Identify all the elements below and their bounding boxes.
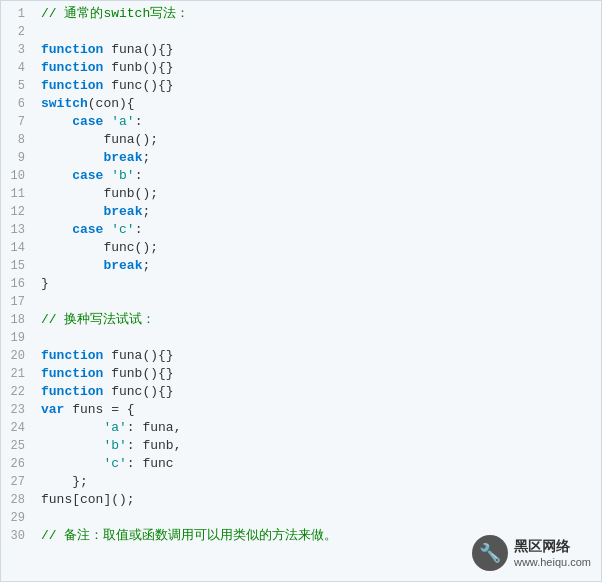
line-number: 17 (1, 293, 33, 311)
code-line: 4function funb(){} (1, 59, 601, 77)
line-number: 6 (1, 95, 33, 113)
line-content: function funb(){} (33, 59, 174, 77)
line-content: case 'b': (33, 167, 142, 185)
line-content: function func(){} (33, 383, 174, 401)
line-number: 23 (1, 401, 33, 419)
code-line: 11 funb(); (1, 185, 601, 203)
code-line: 9 break; (1, 149, 601, 167)
code-line: 19 (1, 329, 601, 347)
line-content: 'a': funa, (33, 419, 181, 437)
line-content (33, 329, 49, 347)
line-content: break; (33, 257, 150, 275)
code-line: 27 }; (1, 473, 601, 491)
line-number: 1 (1, 5, 33, 23)
line-content: switch(con){ (33, 95, 135, 113)
code-line: 3function funa(){} (1, 41, 601, 59)
code-line: 16} (1, 275, 601, 293)
line-number: 27 (1, 473, 33, 491)
line-content: // 通常的switch写法： (33, 5, 189, 23)
code-line: 18// 换种写法试试： (1, 311, 601, 329)
line-number: 9 (1, 149, 33, 167)
code-line: 20function funa(){} (1, 347, 601, 365)
code-line: 7 case 'a': (1, 113, 601, 131)
code-line: 29 (1, 509, 601, 527)
line-content: funa(); (33, 131, 158, 149)
line-content: 'b': funb, (33, 437, 181, 455)
line-content: function funa(){} (33, 41, 174, 59)
code-line: 21function funb(){} (1, 365, 601, 383)
line-content: // 换种写法试试： (33, 311, 155, 329)
line-content: case 'a': (33, 113, 142, 131)
line-number: 11 (1, 185, 33, 203)
code-line: 26 'c': func (1, 455, 601, 473)
line-content: }; (33, 473, 88, 491)
watermark: 🔧 黑区网络 www.heiqu.com (472, 535, 591, 571)
line-number: 13 (1, 221, 33, 239)
line-content (33, 509, 49, 527)
code-line: 22function func(){} (1, 383, 601, 401)
line-number: 2 (1, 23, 33, 41)
code-line: 17 (1, 293, 601, 311)
line-number: 22 (1, 383, 33, 401)
line-number: 12 (1, 203, 33, 221)
code-line: 25 'b': funb, (1, 437, 601, 455)
line-content: // 备注：取值或函数调用可以用类似的方法来做。 (33, 527, 337, 545)
line-content: function func(){} (33, 77, 174, 95)
code-line: 8 funa(); (1, 131, 601, 149)
code-line: 2 (1, 23, 601, 41)
line-content: break; (33, 203, 150, 221)
line-number: 16 (1, 275, 33, 293)
line-number: 25 (1, 437, 33, 455)
code-line: 5function func(){} (1, 77, 601, 95)
code-line: 12 break; (1, 203, 601, 221)
watermark-logo: 🔧 (472, 535, 508, 571)
line-number: 10 (1, 167, 33, 185)
code-block: 1// 通常的switch写法：2 3function funa(){}4fun… (1, 1, 601, 549)
line-content (33, 23, 49, 41)
line-content: var funs = { (33, 401, 135, 419)
line-content: } (33, 275, 49, 293)
line-content: function funa(){} (33, 347, 174, 365)
line-number: 8 (1, 131, 33, 149)
line-content: func(); (33, 239, 158, 257)
line-number: 3 (1, 41, 33, 59)
code-line: 13 case 'c': (1, 221, 601, 239)
code-line: 1// 通常的switch写法： (1, 5, 601, 23)
line-content: case 'c': (33, 221, 142, 239)
line-content: break; (33, 149, 150, 167)
line-number: 26 (1, 455, 33, 473)
line-content: funb(); (33, 185, 158, 203)
line-number: 24 (1, 419, 33, 437)
watermark-text: 黑区网络 www.heiqu.com (514, 538, 591, 568)
line-number: 15 (1, 257, 33, 275)
code-line: 10 case 'b': (1, 167, 601, 185)
line-content (33, 293, 49, 311)
line-content: funs[con](); (33, 491, 135, 509)
code-line: 23var funs = { (1, 401, 601, 419)
code-line: 6switch(con){ (1, 95, 601, 113)
code-line: 14 func(); (1, 239, 601, 257)
line-number: 19 (1, 329, 33, 347)
line-number: 18 (1, 311, 33, 329)
line-number: 4 (1, 59, 33, 77)
code-line: 24 'a': funa, (1, 419, 601, 437)
line-number: 5 (1, 77, 33, 95)
watermark-site: 黑区网络 (514, 538, 570, 556)
line-number: 29 (1, 509, 33, 527)
line-number: 30 (1, 527, 33, 545)
line-number: 20 (1, 347, 33, 365)
code-line: 28funs[con](); (1, 491, 601, 509)
watermark-url: www.heiqu.com (514, 556, 591, 568)
line-number: 7 (1, 113, 33, 131)
line-content: 'c': func (33, 455, 174, 473)
line-number: 14 (1, 239, 33, 257)
code-line: 15 break; (1, 257, 601, 275)
code-container: 1// 通常的switch写法：2 3function funa(){}4fun… (0, 0, 602, 582)
line-number: 28 (1, 491, 33, 509)
line-number: 21 (1, 365, 33, 383)
line-content: function funb(){} (33, 365, 174, 383)
